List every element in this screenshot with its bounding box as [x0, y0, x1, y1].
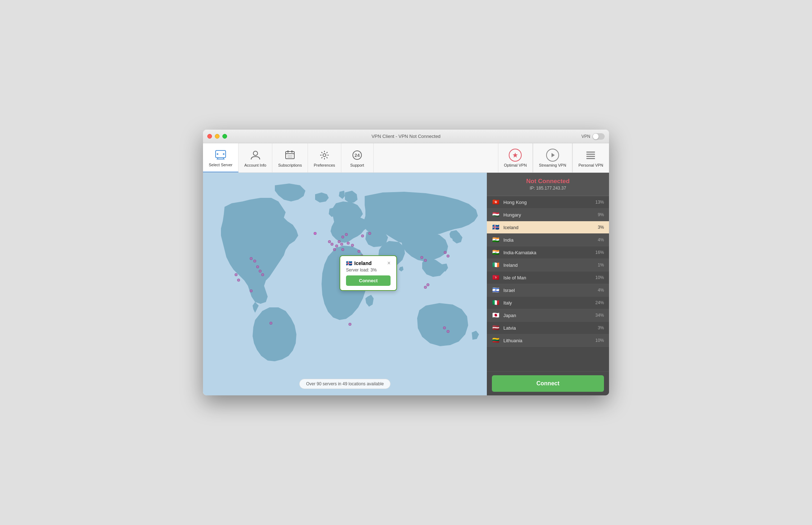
server-dot[interactable] [349, 323, 351, 326]
server-dot[interactable] [424, 286, 427, 289]
server-dot[interactable] [269, 322, 272, 325]
server-load: 3% [593, 225, 604, 230]
flag-icon: 🇱🇹 [492, 338, 500, 343]
svg-rect-20 [586, 156, 595, 157]
server-dot[interactable] [443, 326, 446, 329]
server-dot[interactable] [357, 250, 360, 253]
server-row[interactable]: 🇮🇸Iceland3% [487, 221, 609, 234]
server-dot[interactable] [331, 243, 333, 246]
popup-connect-button[interactable]: Connect [346, 275, 391, 286]
server-dot[interactable] [333, 248, 336, 251]
streaming-vpn-label: Streaming VPN [539, 163, 566, 167]
svg-rect-18 [586, 152, 595, 153]
flag-icon: 🇮🇱 [492, 287, 500, 293]
server-row[interactable]: 🇯🇵Japan34% [487, 309, 609, 322]
support-icon: 24 [351, 149, 364, 162]
server-name: Lithuania [503, 338, 590, 343]
minimize-button[interactable] [215, 134, 220, 139]
server-dot[interactable] [420, 256, 423, 259]
toolbar-optimal-vpn[interactable]: Optimal VPN [498, 143, 533, 172]
server-dot[interactable] [347, 242, 350, 245]
server-row[interactable]: 🇱🇹Lithuania10% [487, 334, 609, 347]
select-server-label: Select Server [209, 163, 232, 167]
server-row[interactable]: 🇮🇳India-Karnataka16% [487, 246, 609, 259]
traffic-lights [207, 134, 227, 139]
server-dot[interactable] [368, 232, 371, 235]
iceland-server-dot[interactable] [314, 232, 317, 235]
vpn-toggle-label: VPN [581, 134, 590, 139]
svg-point-6 [253, 151, 258, 155]
server-name: India-Karnataka [503, 250, 590, 255]
flag-icon: 🇮🇹 [492, 300, 500, 306]
toolbar-select-server[interactable]: Select Server [203, 143, 239, 172]
server-dot[interactable] [426, 283, 429, 286]
server-row[interactable]: 🇭🇺Hungary9% [487, 209, 609, 221]
vpn-toggle-area: VPN [581, 133, 605, 140]
toolbar-personal-vpn[interactable]: Personal VPN [572, 143, 609, 172]
maximize-button[interactable] [222, 134, 227, 139]
toolbar-account-info[interactable]: Account Info [239, 143, 272, 172]
server-dot[interactable] [345, 233, 348, 236]
server-dot[interactable] [328, 240, 331, 243]
close-button[interactable] [207, 134, 212, 139]
server-dot[interactable] [335, 245, 338, 247]
server-dot[interactable] [447, 330, 449, 333]
server-list[interactable]: 🇭🇰Hong Kong13%🇭🇺Hungary9%🇮🇸Iceland3%🇮🇳In… [487, 196, 609, 371]
server-row[interactable]: 🇱🇻Latvia3% [487, 322, 609, 334]
server-dot[interactable] [250, 257, 253, 260]
server-name: Iceland [503, 225, 590, 230]
server-dot[interactable] [340, 243, 343, 246]
flag-icon: 🇮🇲 [492, 275, 500, 280]
popup-title: 🇮🇸 Iceland [346, 260, 372, 266]
server-dot[interactable] [261, 273, 264, 276]
select-server-icon [214, 148, 227, 161]
server-dot[interactable] [351, 244, 354, 247]
svg-rect-7 [286, 152, 294, 159]
toolbar-subscriptions[interactable]: Subscriptions [272, 143, 308, 172]
flag-icon: 🇭🇰 [492, 199, 500, 205]
svg-marker-17 [552, 153, 555, 157]
svg-rect-19 [586, 154, 595, 155]
flag-icon: 🇮🇳 [492, 237, 500, 243]
preferences-icon [318, 149, 331, 162]
toolbar-preferences[interactable]: Preferences [308, 143, 341, 172]
popup-load-value: 3% [370, 268, 377, 273]
vpn-toggle[interactable] [592, 133, 605, 140]
server-dot[interactable] [253, 260, 256, 262]
server-dot[interactable] [235, 273, 237, 276]
popup-close-button[interactable]: × [387, 260, 391, 266]
server-dot[interactable] [259, 270, 262, 273]
svg-rect-21 [586, 158, 595, 159]
toolbar-support[interactable]: 24 Support [341, 143, 374, 172]
server-load: 16% [593, 250, 604, 255]
main-connect-button[interactable]: Connect [492, 375, 604, 392]
server-dot[interactable] [447, 255, 449, 257]
server-name: Latvia [503, 325, 590, 331]
optimal-vpn-label: Optimal VPN [504, 163, 527, 167]
subscriptions-label: Subscriptions [278, 163, 302, 167]
server-row[interactable]: 🇮🇹Italy24% [487, 297, 609, 309]
sidebar: Not Connected IP: 185.177.243.37 🇭🇰Hong … [487, 173, 609, 395]
server-dot[interactable] [237, 279, 240, 282]
server-dot[interactable] [256, 265, 259, 268]
server-dot[interactable] [444, 251, 447, 254]
iceland-popup: 🇮🇸 Iceland × Server load: 3% Connect [340, 255, 397, 291]
server-dot[interactable] [424, 259, 427, 262]
server-row[interactable]: 🇮🇪Ireland1% [487, 259, 609, 271]
server-row[interactable]: 🇮🇱Israel4% [487, 284, 609, 297]
ip-address: IP: 185.177.243.37 [493, 186, 603, 191]
server-load: 10% [593, 275, 604, 280]
server-dot[interactable] [250, 289, 253, 292]
toolbar-streaming-vpn[interactable]: Streaming VPN [533, 143, 572, 172]
server-dot[interactable] [338, 240, 341, 243]
optimal-vpn-icon [509, 149, 522, 162]
server-dot[interactable] [361, 234, 364, 237]
popup-header: 🇮🇸 Iceland × [346, 260, 391, 266]
server-load: 3% [593, 325, 604, 330]
main-window: VPN Client - VPN Not Connected VPN [203, 130, 609, 395]
server-dot[interactable] [341, 248, 344, 251]
server-row[interactable]: 🇮🇲Isle of Man10% [487, 271, 609, 284]
server-row[interactable]: 🇭🇰Hong Kong13% [487, 196, 609, 209]
server-row[interactable]: 🇮🇳India4% [487, 234, 609, 246]
server-dot[interactable] [341, 236, 344, 238]
